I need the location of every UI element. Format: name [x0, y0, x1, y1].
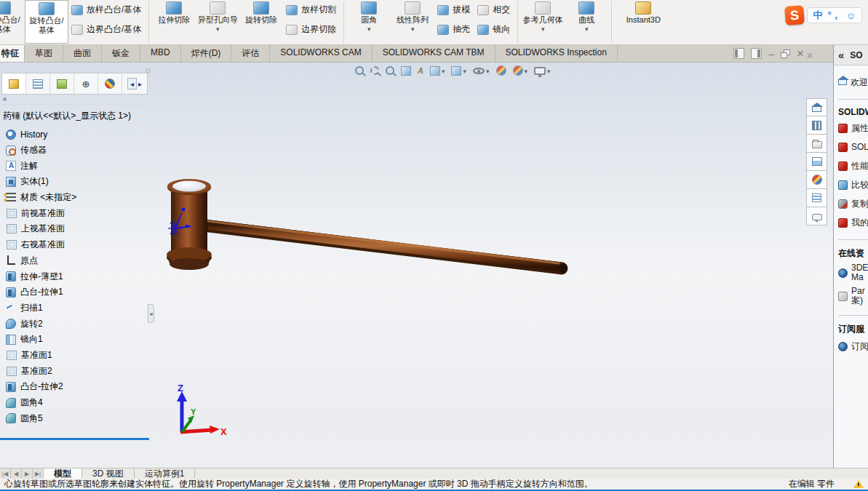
sogou-logo-icon[interactable]: S — [784, 5, 805, 25]
shell-button[interactable]: 抽壳 — [434, 23, 474, 36]
mallet-handle[interactable] — [204, 221, 568, 274]
appearances-tab[interactable] — [806, 171, 827, 189]
extruded-cut-button[interactable]: 拉伸切除 — [152, 0, 196, 44]
boundary-boss-button[interactable]: 边界凸台/基体 — [68, 23, 146, 36]
linear-pattern-button[interactable]: 线性阵列 ▾ — [391, 0, 434, 44]
tree-item-boss-extrude1[interactable]: 凸台-拉伸1 — [0, 284, 149, 300]
tree-item-front-plane[interactable]: 前视基准面 — [0, 205, 149, 221]
tree-item-revolve2[interactable]: 旋转2 — [0, 316, 149, 332]
extrude-boss-button[interactable]: 拉伸凸台/基体 — [0, 0, 25, 44]
tree-item-extrude-thin1[interactable]: 拉伸-薄壁1 — [0, 268, 149, 284]
tree-item-history[interactable]: History — [0, 127, 149, 143]
next-tab-icon[interactable]: ▶ — [22, 468, 33, 479]
rebuild-warning-icon[interactable] — [853, 480, 864, 488]
hole-wizard-button[interactable]: 异型孔向导 ▾ — [196, 0, 239, 44]
ime-mode-toggle[interactable]: 中 — [813, 9, 823, 22]
mallet-head[interactable] — [167, 179, 212, 270]
forum-tab[interactable] — [806, 207, 827, 225]
mirror-button[interactable]: 镜向 — [474, 23, 514, 36]
scroll-left-icon[interactable]: ◂ — [127, 78, 137, 89]
3d-views-tab[interactable]: 3D 视图 — [82, 468, 135, 479]
tree-item-solid-bodies[interactable]: 实体(1) — [0, 174, 149, 190]
tab-solidworks-cam-tbm[interactable]: SOLIDWORKS CAM TBM — [373, 45, 495, 62]
scroll-right-icon[interactable]: ▸ — [138, 80, 142, 88]
tab-features[interactable]: 特征 — [0, 45, 25, 62]
tab-mbd[interactable]: MBD — [140, 45, 181, 62]
tree-root-part[interactable]: 药锤 (默认<<默认>_显示状态 1>) — [0, 108, 149, 127]
tree-item-mirror1[interactable]: 镜向1 — [0, 332, 149, 348]
pane-right-toggle-icon[interactable] — [751, 48, 762, 59]
panel-collapse-handle[interactable]: ◂ — [148, 304, 154, 323]
instant3d-button[interactable]: Instant3D — [615, 0, 672, 44]
revolve-boss-button[interactable]: 旋转凸台/基体 — [25, 0, 68, 44]
motion-study-tab[interactable]: 运动算例1 — [135, 468, 196, 479]
tab-evaluate[interactable]: 评估 — [231, 45, 270, 62]
tree-item-sweep1[interactable]: 扫描1 — [0, 300, 149, 316]
ime-punctuation-toggle[interactable]: °， — [828, 9, 841, 22]
tab-surfaces[interactable]: 曲面 — [63, 45, 102, 62]
tree-item-top-plane[interactable]: 上视基准面 — [0, 221, 149, 237]
tab-sheet-metal[interactable]: 钣金 — [102, 45, 140, 62]
boundary-cut-button[interactable]: 边界切除 — [283, 23, 341, 36]
tree-item-fillet4[interactable]: 圆角4 — [0, 395, 149, 411]
configurationmanager-tab[interactable] — [50, 73, 74, 94]
revolved-cut-button[interactable]: 旋转切除 — [239, 0, 283, 44]
tree-item-boss-extrude2[interactable]: 凸台-拉伸2 — [0, 379, 149, 395]
tree-item-plane1[interactable]: 基准面1 — [0, 348, 149, 364]
rollback-bar[interactable] — [0, 438, 149, 440]
tab-solidworks-inspection[interactable]: SOLIDWORKS Inspection — [495, 45, 618, 62]
draft-button[interactable]: 拔模 — [434, 3, 474, 17]
dropdown-arrow-icon[interactable]: ▾ — [585, 26, 589, 32]
last-tab-icon[interactable]: ▶| — [33, 468, 44, 479]
dimxpertmanager-tab[interactable]: ⊕ — [74, 73, 98, 94]
propertymanager-tab[interactable] — [26, 73, 50, 94]
restore-icon[interactable] — [781, 49, 790, 58]
solidworks-rx-link[interactable]: SOL — [838, 137, 868, 156]
design-library-tab[interactable] — [806, 116, 827, 135]
pane-left-toggle-icon[interactable] — [733, 48, 744, 59]
first-tab-icon[interactable]: |◀ — [0, 468, 11, 479]
dropdown-arrow-icon[interactable]: ▾ — [541, 26, 545, 32]
featuremanager-tree-tab[interactable] — [2, 73, 26, 94]
graphics-viewport[interactable]: A ▾ ▾ ▾ ▾ ▾ — [0, 63, 833, 468]
marketplace-link[interactable]: 3DE Ma — [838, 261, 868, 284]
tab-solidworks-cam[interactable]: SOLIDWORKS CAM — [270, 45, 372, 62]
prev-tab-icon[interactable]: ◀ — [11, 468, 22, 479]
performance-benchmark-link[interactable]: 性能 — [838, 156, 868, 175]
intersect-button[interactable]: 相交 — [474, 3, 514, 17]
fillet-button[interactable]: 圆角 ▾ — [347, 0, 391, 44]
welcome-link[interactable]: 欢迎 — [838, 73, 868, 92]
loft-boss-button[interactable]: 放样凸台/基体 — [68, 3, 146, 17]
partner-solutions-link[interactable]: Par 案) — [838, 284, 868, 308]
tree-item-origin[interactable]: 原点 — [0, 253, 149, 269]
tree-item-right-plane[interactable]: 右视基准面 — [0, 237, 149, 253]
dropdown-arrow-icon[interactable]: ▾ — [411, 26, 415, 32]
task-pane-close-icon[interactable]: × — [803, 49, 817, 63]
displaymanager-tab[interactable] — [98, 73, 122, 94]
dropdown-arrow-icon[interactable]: ▾ — [367, 26, 371, 32]
reference-geometry-button[interactable]: 参考几何体 ▾ — [521, 0, 565, 44]
view-palette-tab[interactable] — [806, 153, 827, 171]
tree-item-sensors[interactable]: 传感器 — [0, 143, 149, 159]
tree-item-fillet5[interactable]: 圆角5 — [0, 410, 149, 426]
subscription-link[interactable]: 订阅 — [838, 337, 868, 356]
tab-weldments[interactable]: 焊件(D) — [181, 45, 232, 62]
minimize-icon[interactable]: – — [768, 49, 774, 59]
loft-cut-button[interactable]: 放样切割 — [283, 3, 341, 17]
curves-button[interactable]: 曲线 ▾ — [565, 0, 608, 44]
panel-splitter-dot[interactable] — [146, 68, 151, 73]
file-explorer-tab[interactable] — [806, 135, 827, 153]
model-tab[interactable]: 模型 — [44, 468, 82, 479]
collapse-chevrons-icon[interactable]: « — [838, 49, 844, 61]
tree-item-plane2[interactable]: 基准面2 — [0, 363, 149, 379]
tree-item-material[interactable]: 材质 <未指定> — [0, 190, 149, 206]
dropdown-arrow-icon[interactable]: ▾ — [216, 26, 220, 32]
copy-settings-wizard-link[interactable]: 复制 — [838, 194, 868, 213]
custom-properties-tab[interactable] — [806, 189, 827, 207]
tab-sketch[interactable]: 草图 — [25, 45, 63, 62]
tree-item-annotations[interactable]: 注解 — [0, 158, 149, 174]
home-tab[interactable] — [806, 98, 827, 116]
tree-filter-row[interactable] — [1, 95, 148, 105]
my-products-link[interactable]: 我的 — [838, 213, 868, 232]
ime-emoji-button[interactable]: ☺ — [846, 10, 856, 21]
